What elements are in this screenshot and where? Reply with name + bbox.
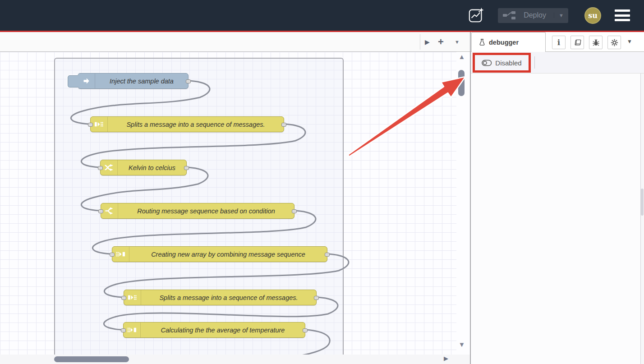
toggle-off-icon [482,60,492,66]
flow-node-change[interactable]: Kelvin to celcius [100,160,187,175]
deploy-options-caret[interactable]: ▼ [554,13,564,18]
node-label: Kelvin to celcius [118,160,186,175]
split-node-icon [91,117,108,132]
help-tab-button[interactable] [570,36,584,49]
gear-icon [611,39,618,46]
node-label: Routing message sequence based on condit… [118,203,294,218]
node-label: Splits a message into a sequence of mess… [141,290,316,305]
main-menu-icon[interactable] [615,9,630,21]
add-flow-button[interactable]: + [438,32,444,52]
input-port[interactable] [88,123,93,127]
output-port[interactable] [292,209,297,213]
flow-node-switch[interactable]: Routing message sequence based on condit… [101,203,294,219]
inject-node-icon [78,74,95,88]
deploy-label: Deploy [516,11,554,19]
tab-debugger[interactable]: debugger [471,32,546,52]
header-bar: Deploy ▼ su [0,0,644,31]
canvas-scroll-up-button[interactable]: ▲ [457,53,466,60]
node-label: Splits a message into a sequence of mess… [108,117,284,132]
debug-tab-button[interactable] [589,36,603,49]
join-node-icon [112,247,129,262]
flow-node-split[interactable]: Splits a message into a sequence of mess… [124,290,317,305]
flow-list-button[interactable]: ▼ [455,32,460,52]
node-red-editor: Deploy ▼ su ▶ + ▼ Inject the sample data… [0,0,644,364]
book-icon [574,39,581,46]
node-label: Inject the sample data [95,74,188,88]
toolbar-separator [534,56,535,69]
debug-messages-panel[interactable] [471,74,644,364]
input-port[interactable] [121,328,126,332]
output-port[interactable] [281,123,286,127]
flow-canvas[interactable]: Inject the sample dataSplits a message i… [0,52,470,364]
flow-tab-strip: ▶ + ▼ [0,32,470,52]
info-tab-button[interactable]: i [552,36,566,49]
flow-node-split[interactable]: Splits a message into a sequence of mess… [90,116,284,132]
flow-node-join[interactable]: Creating new array by combining message … [112,246,327,262]
tab-strip-separator [420,34,420,50]
workspace-column: ▶ + ▼ Inject the sample dataSplits a mes… [0,32,470,364]
sidebar-scrollbar-thumb[interactable] [641,189,644,216]
output-port[interactable] [303,328,308,332]
change-node-icon [101,160,118,175]
sidebar-collapse-caret[interactable]: ▼ [627,38,632,45]
flow-assistant-icon[interactable] [468,7,485,24]
flow-node-inject[interactable]: Inject the sample data [78,73,189,89]
inject-trigger-button[interactable] [68,75,78,88]
canvas-vertical-scrollbar-thumb[interactable] [458,70,465,96]
debug-toolbar: Disabled [471,52,644,74]
sidebar-header: debugger i [471,32,644,52]
sidebar-scrollbar-track[interactable] [640,74,644,364]
input-port[interactable] [121,296,126,300]
tab-debugger-label: debugger [489,39,519,46]
output-port[interactable] [184,166,189,170]
node-label: Creating new array by combining message … [129,247,327,262]
flask-icon [479,39,485,46]
bug-icon [592,39,600,46]
config-tab-button[interactable] [607,36,621,49]
deploy-button[interactable]: Deploy ▼ [498,8,568,23]
split-node-icon [124,290,141,305]
switch-node-icon [101,203,118,218]
output-port[interactable] [325,253,330,257]
output-port[interactable] [186,79,191,83]
input-port[interactable] [110,253,115,257]
annotation-highlight-box: Disabled [473,53,531,73]
scroll-tabs-right-button[interactable]: ▶ [425,32,430,52]
canvas-scroll-down-button[interactable]: ▼ [457,341,466,348]
canvas-scroll-right-button[interactable]: ▶ [444,355,448,362]
canvas-horizontal-scrollbar-thumb[interactable] [54,356,129,362]
join-node-icon [124,323,141,337]
flow-node-join[interactable]: Calculating the the average of temperatu… [123,322,305,338]
node-label: Calculating the the average of temperatu… [141,323,305,337]
deploy-icon [502,10,516,20]
input-port[interactable] [98,209,103,213]
sidebar: debugger i [470,32,644,364]
debug-nodes-toggle-button[interactable]: Disabled [482,59,521,67]
output-port[interactable] [314,296,319,300]
user-avatar[interactable]: su [584,7,601,24]
input-port[interactable] [98,166,103,170]
debug-toggle-label: Disabled [495,59,521,67]
canvas-horizontal-scrollbar[interactable]: ▶ [0,355,470,364]
